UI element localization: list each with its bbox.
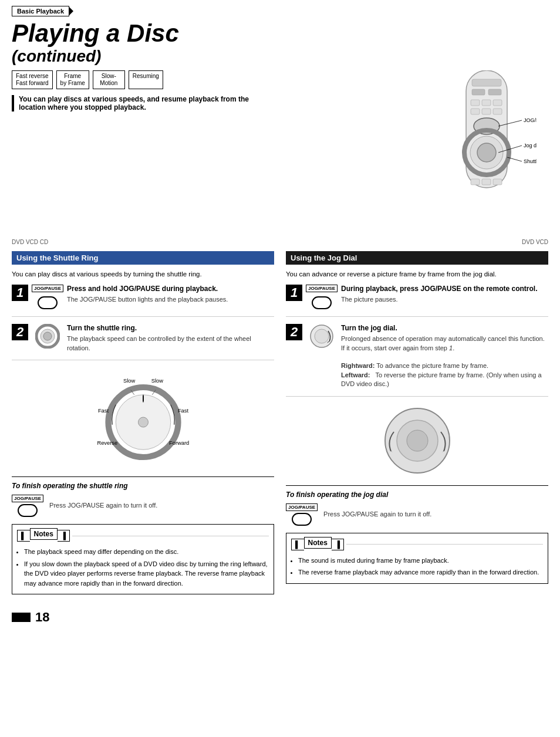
remote-svg: JOG/PAUSE Jog dial Shuttle ring: [431, 70, 537, 235]
left-section-header: Using the Shuttle Ring: [12, 251, 274, 265]
right-notes-header: Notes: [304, 537, 332, 549]
svg-text:Reverse: Reverse: [97, 440, 117, 446]
svg-rect-9: [493, 109, 502, 114]
left-step-1-number: 1: [12, 285, 28, 301]
left-finish-section: To finish operating the shuttle ring JOG…: [12, 476, 274, 517]
jog-dial-large-svg: [382, 405, 453, 476]
left-step-2-desc: The playback speed can be controlled by …: [67, 334, 274, 353]
right-finish-row: JOG/PAUSE Press JOG/PAUSE again to turn …: [286, 503, 548, 526]
format-right: DVD VCD: [522, 239, 548, 245]
left-finish-row: JOG/PAUSE Press JOG/PAUSE again to turn …: [12, 495, 274, 517]
right-finish-icon-label: JOG/PAUSE: [286, 503, 318, 511]
main-title: Playing a Disc: [12, 20, 548, 47]
top-area: Fast reverseFast forward Frameby Frame S…: [12, 70, 548, 236]
left-step-1-desc: The JOG/PAUSE button lights and the play…: [67, 295, 274, 304]
jog-pause-button-icon-right1: [312, 296, 332, 309]
page-number-area: 18: [12, 606, 548, 625]
svg-rect-6: [493, 100, 502, 106]
right-finish-button-icon: [292, 513, 312, 526]
svg-rect-1: [472, 79, 501, 86]
left-step-1-icon-label: JOG/PAUSE: [32, 285, 63, 292]
left-notes-bracket-open: ▌: [17, 530, 30, 542]
two-col-layout: Using the Shuttle Ring You can play disc…: [12, 251, 548, 594]
svg-point-43: [407, 430, 428, 451]
svg-rect-4: [471, 100, 480, 106]
left-step-2-icon: [33, 324, 62, 353]
svg-point-25: [43, 332, 52, 340]
left-finish-instruction: Press JOG/PAUSE again to turn it off.: [49, 501, 157, 510]
svg-rect-8: [482, 109, 491, 114]
right-note-2: The reverse frame playback may advance m…: [298, 567, 543, 577]
left-step-2-content: Turn the shuttle ring. The playback spee…: [67, 324, 274, 353]
right-section-desc: You can advance or reverse a picture fra…: [286, 269, 548, 279]
right-step-1-desc: The picture pauses.: [341, 295, 548, 304]
intro-text: You can play discs at various speeds, an…: [12, 95, 258, 111]
left-section-desc: You can play discs at various speeds by …: [12, 269, 274, 279]
right-step-2-icon: [307, 324, 336, 388]
svg-rect-3: [488, 89, 501, 95]
left-notes: ▌ Notes ▐ The playback speed may differ …: [12, 524, 274, 594]
svg-text:Fast: Fast: [177, 408, 188, 414]
jog-pause-button-icon-left1: [38, 296, 58, 309]
left-step-2-number: 2: [12, 324, 28, 340]
right-step-1-content: During playback, press JOG/PAUSE on the …: [341, 285, 548, 309]
left-step-1-icon: JOG/PAUSE: [33, 285, 62, 309]
svg-rect-7: [471, 109, 480, 114]
right-note-1: The sound is muted during frame by frame…: [298, 556, 543, 566]
left-column: Using the Shuttle Ring You can play disc…: [12, 251, 274, 594]
right-notes-bracket-close: ▐: [332, 539, 345, 550]
left-finish-title: To finish operating the shuttle ring: [12, 482, 274, 490]
svg-rect-16: [493, 179, 502, 185]
left-finish-button-icon: [18, 504, 38, 517]
right-finish-title: To finish operating the jog dial: [286, 491, 548, 499]
left-notes-bracket-close: ▐: [58, 530, 70, 542]
page-container: Basic Playback Playing a Disc (continued…: [12, 6, 548, 625]
jog-disc-illustration: [286, 405, 548, 476]
shuttle-ring-small-icon: [35, 324, 60, 349]
right-notes-content: The sound is muted during frame by frame…: [291, 556, 543, 577]
svg-rect-15: [482, 179, 491, 185]
left-step-1-content: Press and hold JOG/PAUSE during playback…: [67, 285, 274, 309]
right-step-2-title: Turn the jog dial.: [341, 324, 548, 332]
right-step-2: 2 Turn the jog dial. Prolonged absence o…: [286, 324, 548, 396]
right-step-1-number: 1: [286, 285, 302, 301]
btn-slow-motion[interactable]: Slow-Motion: [93, 70, 125, 89]
svg-text:Fast: Fast: [97, 408, 109, 414]
svg-point-40: [315, 329, 329, 343]
btn-frame[interactable]: Frameby Frame: [56, 70, 89, 89]
left-step-1: 1 JOG/PAUSE Press and hold JOG/PAUSE dur…: [12, 285, 274, 317]
left-finish-icon: JOG/PAUSE: [12, 495, 43, 517]
right-notes: ▌ Notes ▐ The sound is muted during fram…: [286, 533, 548, 584]
right-step-1-icon-label: JOG/PAUSE: [306, 285, 338, 292]
svg-text:Shuttle ring: Shuttle ring: [524, 158, 537, 164]
btn-fast-reverse[interactable]: Fast reverseFast forward: [12, 70, 53, 89]
svg-point-28: [138, 417, 148, 427]
left-note-2: If you slow down the playback speed of a…: [24, 559, 269, 589]
left-finish-icon-label: JOG/PAUSE: [12, 495, 43, 502]
svg-rect-14: [471, 179, 480, 185]
right-notes-bracket-open: ▌: [291, 539, 304, 550]
svg-rect-2: [472, 89, 485, 95]
left-step-1-title: Press and hold JOG/PAUSE during playback…: [67, 285, 274, 293]
right-column: Using the Jog Dial You can advance or re…: [286, 251, 548, 594]
svg-text:Jog dial: Jog dial: [524, 143, 537, 148]
right-step-2-content: Turn the jog dial. Prolonged absence of …: [341, 324, 548, 388]
shuttle-dial-svg: Slow Slow Fast Fast Reverse Forward: [93, 367, 193, 467]
remote-area: JOG/PAUSE Jog dial Shuttle ring: [431, 70, 548, 236]
button-row: Fast reverseFast forward Frameby Frame S…: [12, 70, 419, 89]
right-step-1-icon: JOG/PAUSE: [307, 285, 336, 309]
format-left: DVD VCD CD: [12, 239, 48, 245]
right-step-2-number: 2: [286, 324, 302, 340]
svg-text:Forward: Forward: [169, 440, 189, 446]
left-step-2: 2 Turn the shuttle ring. The playback sp…: [12, 324, 274, 360]
dial-diagram: Slow Slow Fast Fast Reverse Forward: [12, 367, 274, 467]
right-section-header: Using the Jog Dial: [286, 251, 548, 265]
jog-dial-small-icon: [309, 324, 334, 349]
page-number-text: 18: [35, 610, 49, 625]
svg-point-13: [477, 143, 496, 162]
btn-resuming[interactable]: Resuming: [129, 70, 163, 89]
right-step-2-desc: Prolonged absence of operation may autom…: [341, 334, 548, 388]
sub-title: (continued): [12, 47, 548, 66]
breadcrumb: Basic Playback: [12, 6, 69, 16]
right-finish-section: To finish operating the jog dial JOG/PAU…: [286, 485, 548, 526]
